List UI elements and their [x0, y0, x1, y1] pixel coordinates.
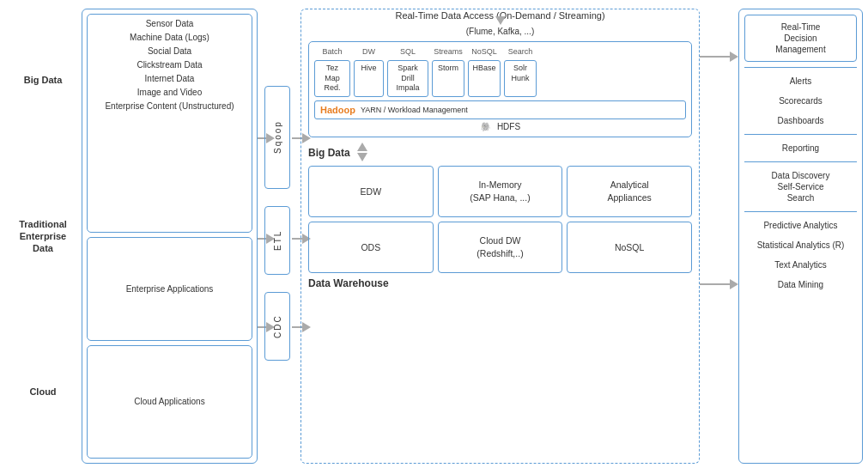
realtime-decision: Real-Time Decision Management: [749, 19, 853, 58]
hadoop-bar: Hadoop YARN / Workload Management: [314, 100, 686, 119]
cloud-label: Cloud: [29, 386, 56, 398]
batch-header: Batch: [314, 47, 350, 56]
edw-cell: EDW: [308, 166, 434, 217]
sensor-data: Sensor Data: [93, 18, 246, 29]
enterprise-content: Enterprise Content (Unstructured): [93, 100, 246, 112]
nosql-header: NoSQL: [468, 47, 501, 56]
enterprise-apps: Enterprise Applications: [126, 283, 214, 295]
nosql-cell: NoSQL: [567, 222, 692, 273]
dashboards: Dashboards: [744, 112, 857, 129]
data-discovery: Data Discovery Self-Service Search: [744, 167, 857, 206]
data-grid-top: EDW In-Memory (SAP Hana, ...) Analytical…: [308, 166, 692, 217]
etl-label: ETL: [273, 230, 282, 251]
right-column: Real-Time Decision Management Alerts Sco…: [738, 9, 863, 464]
dw-header: DW: [354, 47, 384, 56]
divider-1: [744, 67, 857, 68]
ods-cell: ODS: [308, 222, 434, 273]
big-data-label: Big Data: [24, 74, 63, 86]
main-center: (Flume, Kafka, ...) Batch DW SQL Streams…: [300, 9, 700, 464]
hadoop-icon: 🐘: [480, 122, 490, 131]
image-video: Image and Video: [93, 87, 246, 98]
etl-box: ETL: [264, 206, 290, 275]
left-labels: Big Data Traditional Enterprise Data Clo…: [9, 9, 77, 464]
divider-4: [744, 211, 857, 212]
internet-data: Internet Data: [93, 73, 246, 84]
social-data: Social Data: [93, 46, 246, 57]
divider-3: [744, 161, 857, 162]
sqoop-label: Sqoop: [273, 121, 282, 155]
spark-cell: Spark Drill Impala: [387, 60, 428, 97]
big-data-section: Sensor Data Machine Data (Logs) Social D…: [87, 14, 252, 233]
hbase-cell: HBase: [468, 60, 501, 97]
traditional-label: Traditional Enterprise Data: [9, 218, 77, 255]
realtime-decision-group: Real-Time Decision Management: [744, 15, 857, 62]
analytical-cell: Analytical Appliances: [567, 166, 692, 217]
tez-cell: Tez Map Red.: [314, 60, 350, 97]
predictive: Predictive Analytics: [744, 217, 857, 234]
sources-box: Sensor Data Machine Data (Logs) Social D…: [82, 9, 258, 464]
in-memory-cell: In-Memory (SAP Hana, ...): [438, 166, 563, 217]
yarn-text: YARN / Workload Management: [361, 106, 468, 114]
arrow-center-right-top: [700, 52, 738, 62]
search-header: Search: [504, 47, 537, 56]
enterprise-section: Enterprise Applications: [87, 237, 252, 341]
scorecards: Scorecards: [744, 93, 857, 109]
cloud-apps: Cloud Applications: [134, 396, 204, 407]
divider-2: [744, 134, 857, 135]
statistical: Statistical Analytics (R): [744, 237, 857, 253]
data-grid-bottom: ODS Cloud DW (Redshift,..) NoSQL: [308, 222, 692, 273]
diagram: Real-Time Data Access (On-Demand / Strea…: [0, 0, 868, 474]
solr-cell: Solr Hunk: [504, 60, 537, 97]
hadoop-section: Batch DW SQL Streams NoSQL Search Tez Ma…: [308, 41, 692, 137]
flume-label: (Flume, Kafka, ...): [308, 16, 692, 36]
cloud-section: Cloud Applications: [87, 345, 252, 459]
sqoop-box: Sqoop: [264, 86, 290, 189]
text-analytics: Text Analytics: [744, 257, 857, 273]
machine-data: Machine Data (Logs): [93, 32, 246, 43]
storm-cell: Storm: [432, 60, 464, 97]
sql-header: SQL: [387, 47, 428, 56]
cloud-dw-cell: Cloud DW (Redshift,..): [438, 222, 563, 273]
hdfs-label: HDFS: [497, 122, 520, 131]
hadoop-logo: Hadoop: [320, 105, 355, 115]
clickstream-data: Clickstream Data: [93, 59, 246, 70]
cdc-label: CDC: [273, 314, 282, 338]
alerts: Alerts: [744, 73, 857, 89]
data-mining: Data Mining: [744, 276, 857, 293]
arrow-center-right-mid: [700, 279, 738, 289]
reporting: Reporting: [744, 140, 857, 156]
hive-cell: Hive: [354, 60, 384, 97]
streams-header: Streams: [432, 47, 464, 56]
cdc-box: CDC: [264, 292, 290, 361]
big-data-section-label: Big Data: [308, 147, 350, 159]
dw-section-label: Data Warehouse: [308, 277, 692, 289]
